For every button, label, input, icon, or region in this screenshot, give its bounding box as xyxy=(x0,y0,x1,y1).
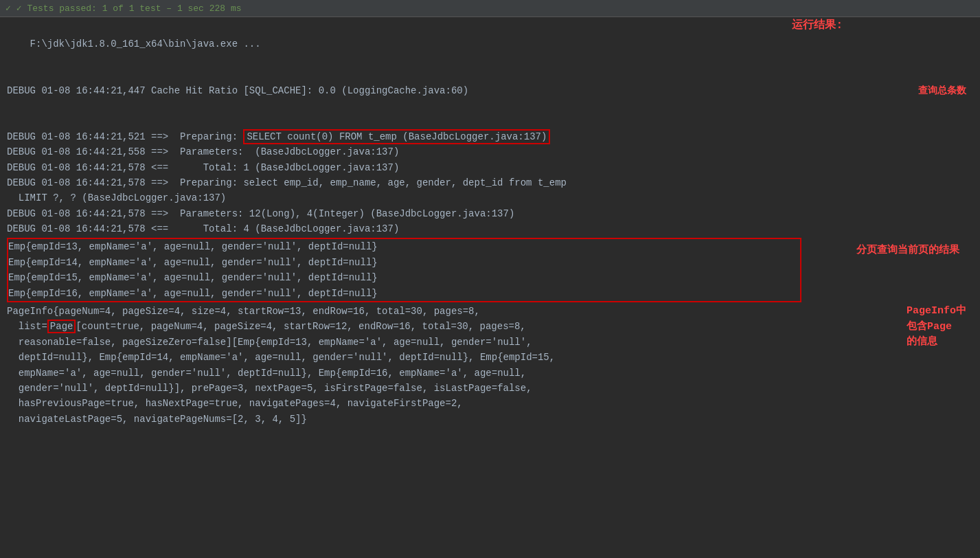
java-path-text: F:\jdk\jdk1.8.0_161_x64\bin\java.exe ... xyxy=(30,38,261,49)
emp-line-2: Emp{empId=14, empName='a', age=null, gen… xyxy=(8,255,800,270)
page-highlight: Page xyxy=(47,320,76,333)
debug-line-5: DEBUG 01-08 16:44:21,578 ==> Preparing: … xyxy=(7,175,973,190)
annotation-page-result: 分页查询当前页的结果 xyxy=(856,243,959,259)
debug-line-1: DEBUG 01-08 16:44:21,447 Cache Hit Ratio… xyxy=(7,83,973,129)
emp-block-container: Emp{empId=13, empName='a', age=null, gen… xyxy=(7,236,973,304)
tests-passed-label: ✓ Tests passed: 1 of 1 test – 1 sec 228 … xyxy=(16,3,242,14)
debug-line-6: LIMIT ?, ? (BaseJdbcLogger.java:137) xyxy=(7,190,973,205)
annotation-pageinfo: PageInfo中 包含Page 的信息 xyxy=(907,304,966,350)
debug-line-7: DEBUG 01-08 16:44:21,578 ==> Parameters:… xyxy=(7,206,973,221)
emp-line-1: Emp{empId=13, empName='a', age=null, gen… xyxy=(8,239,800,254)
pageinfo-line-1: PageInfo{pageNum=4, pageSize=4, size=4, … xyxy=(7,304,973,319)
check-icon: ✓ xyxy=(5,3,11,14)
debug-lines-section: DEBUG 01-08 16:44:21,447 Cache Hit Ratio… xyxy=(7,83,973,237)
pageinfo-line-6: gender='null', deptId=null}], prePage=3,… xyxy=(7,381,973,396)
pageinfo-line-4: deptId=null}, Emp{empId=14, empName='a',… xyxy=(7,350,973,365)
debug-line-2: DEBUG 01-08 16:44:21,521 ==> Preparing: … xyxy=(7,129,973,144)
pageinfo-section: PageInfo{pageNum=4, pageSize=4, size=4, … xyxy=(7,304,973,427)
pageinfo-line-2: list=Page[count=true, pageNum=4, pageSiz… xyxy=(7,319,973,334)
emp-line-3: Emp{empId=15, empName='a', age=null, gen… xyxy=(8,270,800,285)
pageinfo-line-5: empName='a', age=null, gender='null', de… xyxy=(7,366,973,381)
pageinfo-line-7: hasPreviousPage=true, hasNextPage=true, … xyxy=(7,396,973,411)
emp-block: Emp{empId=13, empName='a', age=null, gen… xyxy=(7,238,801,302)
pageinfo-line-8: navigateLastPage=5, navigatePageNums=[2,… xyxy=(7,412,973,427)
debug-line-4: DEBUG 01-08 16:44:21,578 <== Total: 1 (B… xyxy=(7,160,973,175)
java-path-line: F:\jdk\jdk1.8.0_161_x64\bin\java.exe ...… xyxy=(7,21,973,83)
debug-line-8: DEBUG 01-08 16:44:21,578 <== Total: 4 (B… xyxy=(7,221,973,236)
running-result-label: 运行结果: xyxy=(792,17,843,35)
sql-select-highlight: SELECT count(0) FROM t_emp (BaseJdbcLogg… xyxy=(243,129,550,144)
debug-line-3: DEBUG 01-08 16:44:21,558 ==> Parameters:… xyxy=(7,144,973,159)
console-area: F:\jdk\jdk1.8.0_161_x64\bin\java.exe ...… xyxy=(0,17,980,431)
pageinfo-line-3: reasonable=false, pageSizeZero=false][Em… xyxy=(7,335,973,350)
top-bar: ✓ ✓ Tests passed: 1 of 1 test – 1 sec 22… xyxy=(0,0,980,17)
emp-line-4: Emp{empId=16, empName='a', age=null, gen… xyxy=(8,286,800,301)
annotation-total: 查询总条数 xyxy=(918,83,966,98)
